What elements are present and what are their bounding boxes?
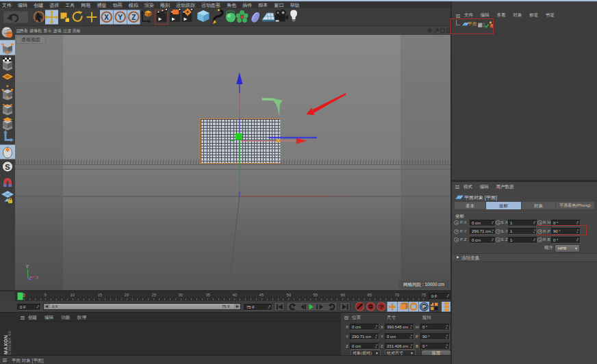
svg-text:P: P [422, 304, 427, 310]
svg-text:?: ? [380, 304, 383, 310]
svg-text:Y: Y [118, 14, 123, 21]
svg-text:Z: Z [131, 14, 136, 21]
svg-text:Z: Z [29, 276, 32, 281]
svg-text:X: X [104, 14, 109, 21]
svg-text:S: S [5, 163, 10, 171]
svg-text:X: X [36, 275, 39, 280]
svg-text:Y: Y [26, 264, 29, 269]
